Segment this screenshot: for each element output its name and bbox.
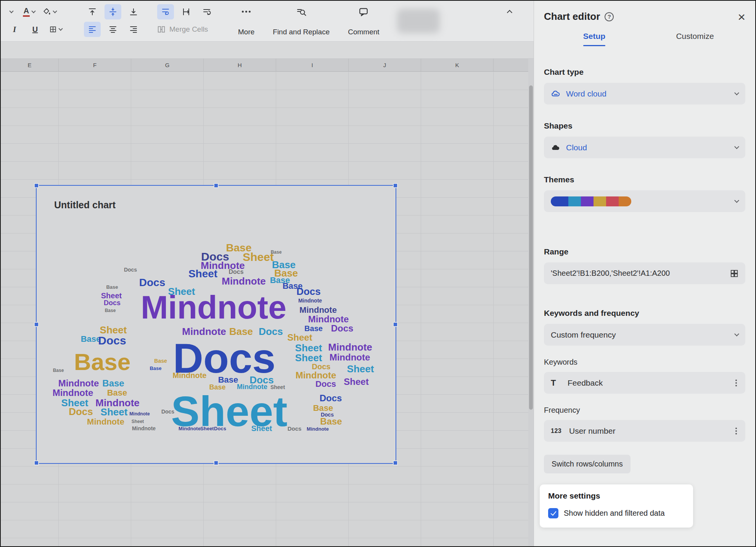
comment-label: Comment (348, 28, 379, 36)
word-cloud-word: Base (150, 366, 161, 371)
vertical-align-middle-button[interactable] (105, 4, 121, 19)
frequency-mode-dropdown[interactable]: Custom frequency (544, 324, 745, 346)
word-cloud-word: Mindnote (132, 426, 156, 431)
chevron-down-icon (734, 90, 739, 95)
text-rotate-button[interactable] (198, 4, 215, 19)
theme-color-swatch (581, 196, 594, 206)
column-header-G[interactable]: G (131, 59, 204, 71)
column-header-J[interactable]: J (349, 59, 421, 71)
vertical-align-top-button[interactable] (84, 4, 101, 19)
column-header-F[interactable]: F (59, 59, 131, 71)
panel-header: Chart editor ? × (544, 11, 745, 23)
check-icon (550, 510, 556, 516)
column-header-E[interactable]: E (1, 59, 59, 71)
show-hidden-data-checkbox[interactable] (548, 508, 558, 518)
more-settings-label: More settings (548, 491, 685, 500)
select-range-icon[interactable] (730, 269, 738, 278)
kebab-menu-icon[interactable] (735, 382, 737, 384)
range-input[interactable]: 'Sheet2'!B1:B200,'Sheet2'!A1:A200 (544, 262, 745, 284)
tab-setup[interactable]: Setup (544, 32, 645, 46)
word-cloud-word: Mindnote (298, 298, 322, 303)
theme-color-bar (551, 196, 631, 206)
chart-type-dropdown[interactable]: Word cloud (544, 83, 745, 105)
more-button[interactable]: More (238, 1, 254, 41)
word-cloud-word: Base (105, 308, 116, 313)
keywords-frequency-label: Keywords and frequency (544, 309, 745, 318)
find-replace-button[interactable]: Find and Replace (273, 1, 330, 41)
column-header-K[interactable]: K (421, 59, 494, 71)
word-cloud-word: Base (320, 417, 342, 426)
word-cloud-word: Sheet (101, 292, 122, 299)
vertical-scrollbar[interactable] (528, 59, 534, 546)
merge-cells-icon (157, 25, 166, 34)
format-overflow-button[interactable] (6, 4, 17, 19)
chart-resize-handle[interactable] (393, 460, 398, 465)
horizontal-align-center-button[interactable] (105, 22, 121, 37)
chart-resize-handle[interactable] (34, 322, 39, 327)
help-icon[interactable]: ? (605, 12, 614, 21)
chart-resize-handle[interactable] (393, 183, 398, 188)
text-clip-button[interactable] (178, 4, 195, 19)
vertical-align-bottom-button[interactable] (125, 4, 142, 19)
theme-color-swatch (619, 196, 631, 206)
chart-resize-handle[interactable] (214, 460, 219, 465)
horizontal-align-left-button[interactable] (84, 22, 101, 37)
align-center-icon (108, 25, 117, 34)
keywords-field[interactable]: T Feedback (544, 372, 745, 394)
underline-button[interactable]: U (27, 22, 43, 37)
chevron-down-icon (58, 26, 63, 31)
word-cloud-word: Mindnote (328, 342, 372, 352)
word-cloud-word: Docs (320, 394, 342, 403)
paint-bucket-icon (43, 8, 51, 16)
word-cloud-word: Docs (296, 286, 321, 296)
tab-customize[interactable]: Customize (645, 32, 745, 46)
column-header-I[interactable]: I (276, 59, 349, 71)
word-cloud-word: Sheet (347, 364, 374, 374)
word-cloud-word: Mindnote (222, 276, 266, 286)
text-color-icon: A (23, 7, 30, 17)
collapse-toolbar-button[interactable] (503, 8, 516, 21)
italic-button[interactable]: I (6, 22, 23, 37)
comment-icon (359, 7, 368, 17)
text-wrap-button[interactable] (157, 4, 174, 19)
themes-dropdown[interactable] (544, 190, 745, 212)
column-header-H[interactable]: H (204, 59, 276, 71)
more-icon (245, 11, 247, 13)
word-cloud-word: Base (313, 404, 333, 412)
word-cloud-word: Docs (228, 269, 243, 275)
chart-resize-handle[interactable] (393, 322, 398, 327)
word-cloud-word: Sheet (188, 269, 217, 279)
word-cloud-word: Sheet (100, 325, 127, 335)
close-icon[interactable]: × (738, 11, 745, 22)
word-cloud-word: Sheet (295, 353, 322, 363)
word-cloud-word: Base (74, 350, 130, 374)
shapes-dropdown[interactable]: Cloud (544, 137, 745, 158)
word-cloud-word: Mindnote (182, 327, 226, 336)
chart-type-label: Chart type (544, 68, 745, 77)
horizontal-align-right-button[interactable] (125, 22, 142, 37)
chart-resize-handle[interactable] (34, 183, 39, 188)
word-cloud-word: Base (271, 250, 282, 254)
frequency-value: User number (569, 426, 615, 436)
kebab-menu-icon[interactable] (735, 430, 737, 432)
text-color-button[interactable]: A (21, 4, 37, 19)
switch-rows-columns-button[interactable]: Switch rows/columns (544, 455, 631, 473)
chevron-down-icon (31, 9, 35, 13)
word-cloud-word: Base (209, 384, 225, 391)
chart-resize-handle[interactable] (214, 183, 219, 188)
comment-button[interactable]: Comment (348, 1, 379, 41)
chart-object[interactable]: Untitled chart MindnoteDocsSheetBaseBase… (36, 185, 396, 464)
fill-color-button[interactable] (41, 4, 58, 19)
word-cloud-word: Base (53, 368, 64, 373)
merge-cells-button[interactable]: Merge Cells (157, 22, 208, 37)
word-cloud-word: Base (154, 358, 167, 364)
word-cloud-word: Sheet (287, 333, 312, 342)
frequency-field[interactable]: 123 User number (544, 420, 745, 442)
alignment-group (84, 1, 142, 41)
chart-resize-handle[interactable] (34, 460, 39, 465)
find-replace-icon (296, 7, 307, 18)
scrollbar-thumb[interactable] (529, 85, 533, 410)
chevron-up-icon (507, 10, 512, 15)
word-cloud-word: Sheet (270, 385, 285, 390)
borders-button[interactable] (47, 22, 64, 37)
